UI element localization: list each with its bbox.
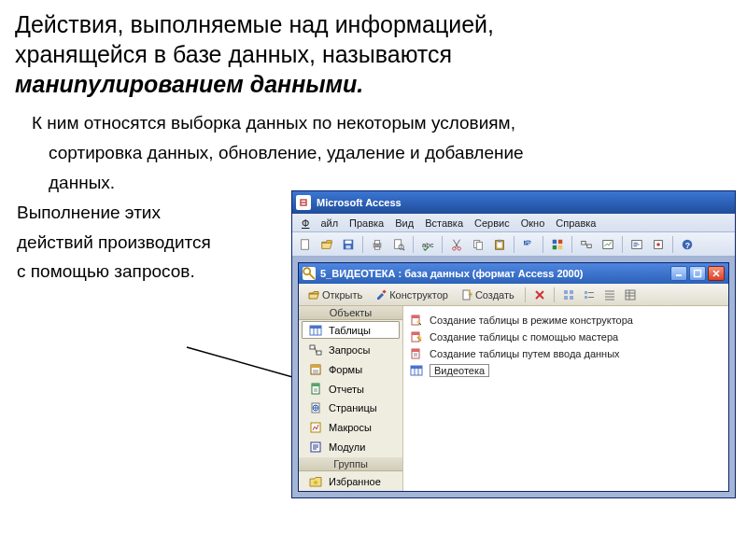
access-app-title: Microsoft Access (317, 197, 402, 208)
svg-line-39 (309, 273, 315, 279)
svg-rect-27 (587, 245, 591, 248)
svg-rect-93 (412, 332, 419, 335)
svg-text:?: ? (685, 240, 690, 249)
tb-preview-icon[interactable] (389, 235, 408, 254)
tb-print-icon[interactable] (368, 235, 387, 254)
svg-rect-2 (302, 239, 309, 249)
module-icon (308, 440, 323, 455)
svg-rect-53 (585, 291, 587, 294)
tb-props-icon[interactable] (649, 235, 668, 254)
database-content: Объекты Таблицы Запросы Формы (299, 306, 728, 491)
tb-rel-icon[interactable] (577, 235, 596, 254)
folder-star-icon (308, 474, 323, 489)
tb-undo-icon[interactable] (519, 235, 538, 254)
menu-window[interactable]: Окно (515, 217, 551, 229)
svg-rect-69 (310, 345, 315, 349)
menu-help[interactable]: Справка (550, 217, 601, 229)
wizard-icon (409, 329, 424, 344)
tb-office-icon[interactable] (548, 235, 567, 254)
list-item-label: Создание таблицы с помощью мастера (430, 331, 618, 343)
db-view-details-icon[interactable] (621, 286, 640, 304)
body-p1c: данных. (49, 173, 115, 192)
svg-rect-8 (374, 246, 379, 249)
db-open-label: Открыть (322, 289, 362, 301)
db-open-button[interactable]: Открыть (303, 286, 368, 304)
menu-file[interactable]: Файл (296, 217, 344, 229)
database-titlebar[interactable]: 5_ВИДЕОТЕКА : база данных (формат Access… (299, 263, 728, 284)
nav-header-objects: Объекты (299, 306, 402, 320)
body-p2: Выполнение этих (17, 203, 161, 222)
slide-heading: Действия, выполняемые над информацией, х… (0, 0, 747, 99)
db-key-icon (303, 267, 316, 280)
tb-spell-icon[interactable]: abc (418, 235, 437, 254)
menu-view[interactable]: Вид (389, 217, 419, 229)
svg-rect-21 (498, 239, 501, 242)
tb-help-icon[interactable]: ? (678, 235, 697, 254)
nav-tables[interactable]: Таблицы (302, 321, 400, 339)
svg-rect-20 (497, 242, 501, 247)
maximize-button[interactable] (689, 266, 706, 281)
db-delete-icon[interactable] (530, 286, 549, 304)
minimize-button[interactable] (670, 266, 687, 281)
tb-open-icon[interactable] (317, 235, 336, 254)
svg-rect-95 (412, 349, 419, 352)
db-view-list-icon[interactable] (600, 286, 619, 304)
nav-forms[interactable]: Формы (302, 360, 400, 378)
list-create-designer[interactable]: Создание таблицы в режиме конструктора (407, 312, 725, 329)
tb-code-icon[interactable] (627, 235, 646, 254)
wizard-icon (409, 313, 424, 328)
main-toolbar: abc ? (292, 232, 735, 257)
nav-queries[interactable]: Запросы (302, 341, 400, 358)
query-icon (308, 343, 323, 357)
tb-cut-icon[interactable] (447, 235, 466, 254)
nav-favorites-label: Избранное (329, 476, 381, 487)
nav-pages-label: Страницы (329, 402, 377, 413)
svg-point-91 (417, 321, 420, 324)
svg-rect-50 (570, 290, 573, 294)
nav-modules[interactable]: Модули (302, 439, 400, 456)
access-window: Microsoft Access Файл Правка Вид Вставка… (291, 190, 736, 498)
db-create-button[interactable]: ✳ Создать (456, 286, 520, 304)
menu-insert[interactable]: Вставка (419, 217, 469, 229)
nav-macros[interactable]: Макросы (302, 419, 400, 437)
access-app-icon (296, 195, 311, 210)
svg-rect-7 (374, 240, 379, 244)
svg-point-15 (453, 246, 457, 250)
tb-analyze-icon[interactable] (599, 235, 617, 254)
access-titlebar[interactable]: Microsoft Access (292, 191, 735, 214)
database-toolbar: Открыть Конструктор ✳ Создать (299, 284, 728, 306)
tb-save-icon[interactable] (339, 235, 358, 254)
list-column: Создание таблицы в режиме конструктора С… (403, 306, 728, 491)
svg-rect-4 (345, 240, 352, 244)
tb-new-icon[interactable] (296, 235, 315, 254)
svg-rect-52 (570, 296, 573, 300)
tb-paste-icon[interactable] (490, 235, 509, 254)
macro-icon (308, 420, 323, 435)
nav-pages[interactable]: Страницы (302, 399, 400, 417)
menu-service[interactable]: Сервис (469, 217, 515, 229)
report-icon (308, 382, 323, 397)
list-table-videoteka[interactable]: Видеотека (407, 362, 725, 379)
menu-edit[interactable]: Правка (344, 217, 389, 229)
svg-rect-9 (395, 239, 402, 248)
list-item-label: Создание таблицы в режиме конструктора (430, 315, 633, 326)
list-create-wizard[interactable]: Создание таблицы с помощью мастера (407, 329, 725, 345)
svg-rect-90 (412, 315, 419, 318)
svg-rect-66 (310, 326, 321, 329)
nav-reports[interactable]: Отчеты (302, 380, 400, 398)
menubar: Файл Правка Вид Вставка Сервис Окно Спра… (292, 214, 735, 232)
svg-line-11 (402, 248, 404, 250)
list-create-entry[interactable]: Создание таблицы путем ввода данных (407, 345, 725, 362)
db-design-button[interactable]: Конструктор (370, 286, 454, 304)
heading-emphasis: манипулированием данными. (15, 71, 363, 97)
close-button[interactable] (708, 266, 725, 281)
db-view-large-icon[interactable] (559, 286, 578, 304)
svg-rect-24 (553, 245, 557, 248)
body-p1a: К ним относятся выборка данных по некото… (32, 113, 515, 133)
svg-rect-61 (626, 290, 635, 300)
database-title: 5_ВИДЕОТЕКА : база данных (формат Access… (320, 268, 584, 279)
tb-copy-icon[interactable] (469, 235, 487, 254)
nav-favorites[interactable]: Избранное (302, 472, 400, 490)
db-view-small-icon[interactable] (580, 286, 599, 304)
svg-rect-99 (411, 366, 422, 369)
